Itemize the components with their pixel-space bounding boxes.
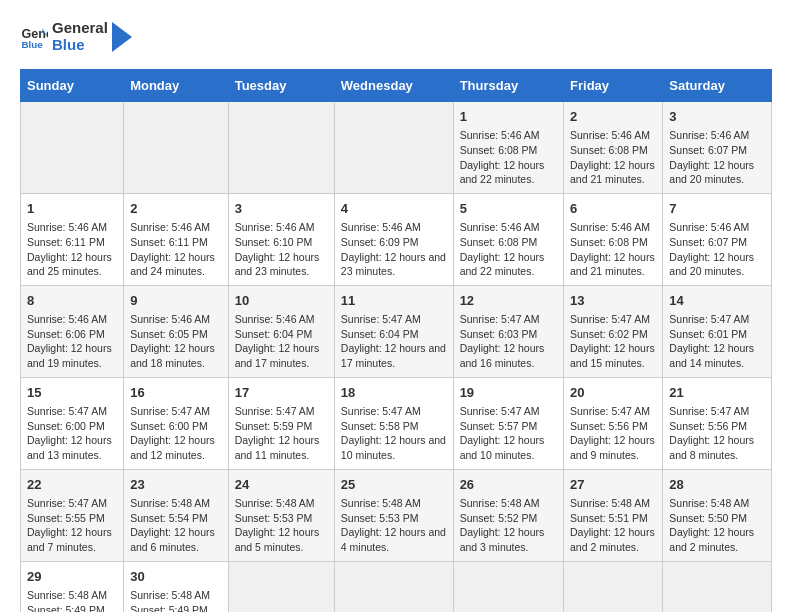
day-number: 19 — [460, 384, 557, 402]
day-info: Daylight: 12 hours and 15 minutes. — [570, 341, 656, 370]
column-header-monday: Monday — [124, 70, 229, 102]
calendar-cell — [453, 561, 563, 612]
day-info: Daylight: 12 hours and 14 minutes. — [669, 341, 765, 370]
day-info: Sunset: 6:01 PM — [669, 327, 765, 342]
day-info: Sunset: 5:59 PM — [235, 419, 328, 434]
day-info: Sunrise: 5:46 AM — [341, 220, 447, 235]
day-info: Daylight: 12 hours and 12 minutes. — [130, 433, 222, 462]
day-info: Sunset: 5:49 PM — [130, 603, 222, 612]
calendar-cell: 9Sunrise: 5:46 AMSunset: 6:05 PMDaylight… — [124, 285, 229, 377]
day-info: Sunset: 6:05 PM — [130, 327, 222, 342]
day-info: Daylight: 12 hours and 13 minutes. — [27, 433, 117, 462]
day-info: Daylight: 12 hours and 16 minutes. — [460, 341, 557, 370]
calendar-cell: 10Sunrise: 5:46 AMSunset: 6:04 PMDayligh… — [228, 285, 334, 377]
day-info: Sunrise: 5:48 AM — [460, 496, 557, 511]
day-number: 2 — [130, 200, 222, 218]
calendar-cell: 29Sunrise: 5:48 AMSunset: 5:49 PMDayligh… — [21, 561, 124, 612]
day-number: 23 — [130, 476, 222, 494]
calendar-body: 1Sunrise: 5:46 AMSunset: 6:08 PMDaylight… — [21, 102, 772, 613]
calendar-cell — [228, 561, 334, 612]
logo-arrow-icon — [112, 22, 132, 52]
day-info: Sunrise: 5:46 AM — [460, 220, 557, 235]
day-info: Sunrise: 5:46 AM — [669, 220, 765, 235]
calendar-cell — [564, 561, 663, 612]
calendar-cell: 13Sunrise: 5:47 AMSunset: 6:02 PMDayligh… — [564, 285, 663, 377]
day-info: Sunset: 5:55 PM — [27, 511, 117, 526]
day-number: 7 — [669, 200, 765, 218]
day-info: Sunset: 6:10 PM — [235, 235, 328, 250]
day-number: 30 — [130, 568, 222, 586]
day-info: Sunset: 5:56 PM — [570, 419, 656, 434]
day-info: Sunset: 6:08 PM — [460, 143, 557, 158]
day-number: 4 — [341, 200, 447, 218]
day-info: Sunset: 5:49 PM — [27, 603, 117, 612]
day-info: Daylight: 12 hours and 17 minutes. — [235, 341, 328, 370]
calendar-cell: 12Sunrise: 5:47 AMSunset: 6:03 PMDayligh… — [453, 285, 563, 377]
day-number: 20 — [570, 384, 656, 402]
day-number: 29 — [27, 568, 117, 586]
calendar-cell: 24Sunrise: 5:48 AMSunset: 5:53 PMDayligh… — [228, 469, 334, 561]
day-number: 25 — [341, 476, 447, 494]
day-info: Sunset: 6:09 PM — [341, 235, 447, 250]
day-info: Sunrise: 5:47 AM — [669, 404, 765, 419]
day-info: Sunrise: 5:47 AM — [570, 404, 656, 419]
svg-marker-3 — [112, 22, 132, 52]
logo-icon: General Blue — [20, 23, 48, 51]
day-info: Sunset: 6:07 PM — [669, 235, 765, 250]
day-info: Sunset: 6:03 PM — [460, 327, 557, 342]
calendar-cell: 14Sunrise: 5:47 AMSunset: 6:01 PMDayligh… — [663, 285, 772, 377]
calendar-header-row: SundayMondayTuesdayWednesdayThursdayFrid… — [21, 70, 772, 102]
day-info: Daylight: 12 hours and 7 minutes. — [27, 525, 117, 554]
day-info: Sunrise: 5:48 AM — [341, 496, 447, 511]
day-info: Daylight: 12 hours and 21 minutes. — [570, 250, 656, 279]
day-number: 12 — [460, 292, 557, 310]
column-header-friday: Friday — [564, 70, 663, 102]
day-info: Daylight: 12 hours and 5 minutes. — [235, 525, 328, 554]
day-info: Daylight: 12 hours and 20 minutes. — [669, 250, 765, 279]
day-info: Sunset: 5:54 PM — [130, 511, 222, 526]
day-info: Sunrise: 5:47 AM — [669, 312, 765, 327]
column-header-sunday: Sunday — [21, 70, 124, 102]
calendar-cell: 7Sunrise: 5:46 AMSunset: 6:07 PMDaylight… — [663, 193, 772, 285]
day-info: Daylight: 12 hours and 22 minutes. — [460, 250, 557, 279]
day-info: Daylight: 12 hours and 21 minutes. — [570, 158, 656, 187]
calendar-week-row: 1Sunrise: 5:46 AMSunset: 6:11 PMDaylight… — [21, 193, 772, 285]
day-number: 5 — [460, 200, 557, 218]
day-info: Sunset: 6:11 PM — [27, 235, 117, 250]
calendar-week-row: 15Sunrise: 5:47 AMSunset: 6:00 PMDayligh… — [21, 377, 772, 469]
calendar-cell: 25Sunrise: 5:48 AMSunset: 5:53 PMDayligh… — [334, 469, 453, 561]
calendar-cell: 26Sunrise: 5:48 AMSunset: 5:52 PMDayligh… — [453, 469, 563, 561]
day-number: 15 — [27, 384, 117, 402]
day-number: 21 — [669, 384, 765, 402]
day-info: Daylight: 12 hours and 25 minutes. — [27, 250, 117, 279]
logo-text-blue: Blue — [52, 37, 108, 54]
day-number: 6 — [570, 200, 656, 218]
day-info: Sunrise: 5:47 AM — [570, 312, 656, 327]
calendar-week-row: 29Sunrise: 5:48 AMSunset: 5:49 PMDayligh… — [21, 561, 772, 612]
calendar-cell: 5Sunrise: 5:46 AMSunset: 6:08 PMDaylight… — [453, 193, 563, 285]
day-info: Daylight: 12 hours and 11 minutes. — [235, 433, 328, 462]
day-info: Daylight: 12 hours and 23 minutes. — [341, 250, 447, 279]
calendar-cell: 15Sunrise: 5:47 AMSunset: 6:00 PMDayligh… — [21, 377, 124, 469]
day-info: Daylight: 12 hours and 22 minutes. — [460, 158, 557, 187]
day-info: Sunrise: 5:48 AM — [130, 496, 222, 511]
day-info: Sunrise: 5:47 AM — [460, 404, 557, 419]
day-info: Sunrise: 5:46 AM — [460, 128, 557, 143]
day-number: 26 — [460, 476, 557, 494]
day-info: Sunset: 6:00 PM — [130, 419, 222, 434]
day-info: Sunrise: 5:47 AM — [460, 312, 557, 327]
day-info: Sunrise: 5:48 AM — [570, 496, 656, 511]
day-info: Sunset: 6:08 PM — [570, 143, 656, 158]
day-info: Sunrise: 5:48 AM — [130, 588, 222, 603]
day-number: 11 — [341, 292, 447, 310]
day-number: 3 — [235, 200, 328, 218]
calendar-cell: 4Sunrise: 5:46 AMSunset: 6:09 PMDaylight… — [334, 193, 453, 285]
day-info: Sunset: 6:08 PM — [460, 235, 557, 250]
calendar-week-row: 8Sunrise: 5:46 AMSunset: 6:06 PMDaylight… — [21, 285, 772, 377]
calendar-cell: 19Sunrise: 5:47 AMSunset: 5:57 PMDayligh… — [453, 377, 563, 469]
day-number: 10 — [235, 292, 328, 310]
calendar-cell — [124, 102, 229, 194]
day-info: Daylight: 12 hours and 17 minutes. — [341, 341, 447, 370]
calendar-cell: 22Sunrise: 5:47 AMSunset: 5:55 PMDayligh… — [21, 469, 124, 561]
calendar-cell: 20Sunrise: 5:47 AMSunset: 5:56 PMDayligh… — [564, 377, 663, 469]
